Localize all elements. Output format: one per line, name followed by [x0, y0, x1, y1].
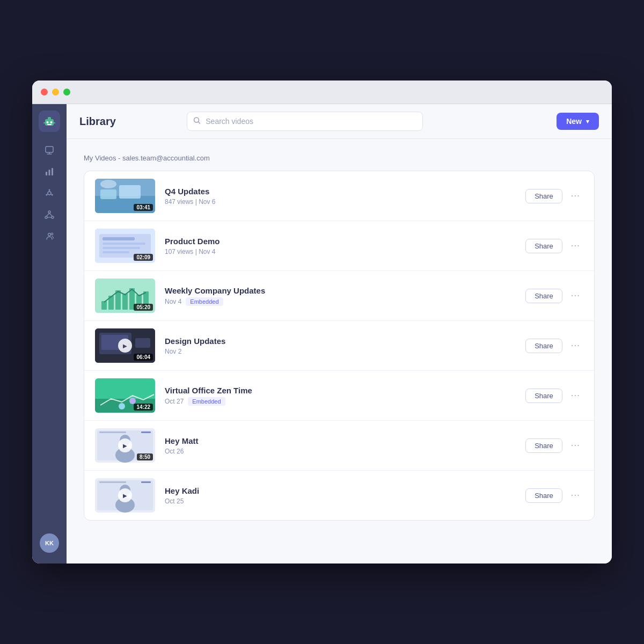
- svg-rect-33: [119, 185, 141, 199]
- share-button[interactable]: Share: [525, 189, 562, 203]
- video-title: Design Updates: [165, 336, 516, 346]
- svg-point-21: [45, 216, 47, 218]
- video-list: 03:41 Q4 Updates 847 views | Nov 6 Share…: [84, 171, 595, 521]
- video-title: Product Demo: [165, 237, 516, 246]
- svg-rect-1: [48, 117, 51, 120]
- video-duration: 02:09: [134, 254, 153, 261]
- video-meta: Nov 2: [165, 348, 516, 355]
- svg-rect-12: [52, 168, 53, 175]
- share-button[interactable]: Share: [525, 488, 562, 503]
- embedded-tag: Embedded: [188, 397, 225, 406]
- share-button[interactable]: Share: [525, 438, 562, 453]
- svg-point-34: [100, 180, 116, 188]
- video-info: Hey Matt Oct 26: [165, 436, 516, 455]
- video-actions: Share ···: [525, 338, 583, 353]
- video-info: Hey Kadi Oct 25: [165, 486, 516, 505]
- svg-point-26: [48, 233, 51, 236]
- play-icon[interactable]: ▶: [118, 488, 132, 502]
- video-meta: 847 views | Nov 6: [165, 198, 516, 206]
- play-icon[interactable]: ▶: [118, 339, 132, 353]
- video-thumbnail[interactable]: 05:20: [95, 279, 155, 313]
- video-item: 05:20 Weekly Company Updates Nov 4 Embed…: [84, 271, 594, 321]
- video-info: Virtual Office Zen Time Oct 27 Embedded: [165, 386, 516, 406]
- maximize-button[interactable]: [63, 89, 70, 96]
- share-button[interactable]: Share: [525, 339, 562, 353]
- close-button[interactable]: [41, 89, 48, 96]
- video-title: Hey Kadi: [165, 486, 516, 495]
- search-icon: [193, 117, 201, 126]
- video-actions: Share ···: [525, 188, 583, 203]
- more-options-button[interactable]: ···: [568, 388, 583, 403]
- svg-point-2: [47, 121, 49, 123]
- more-options-button[interactable]: ···: [568, 488, 583, 503]
- more-options-button[interactable]: ···: [568, 238, 583, 253]
- video-thumbnail[interactable]: 02:09: [95, 229, 155, 263]
- video-thumbnail[interactable]: ▶ 8:50: [95, 428, 155, 463]
- svg-line-19: [47, 194, 48, 194]
- minimize-button[interactable]: [52, 89, 59, 96]
- sidebar-item-integrations[interactable]: [40, 184, 59, 203]
- video-meta: 107 views | Nov 4: [165, 248, 516, 255]
- video-title: Hey Matt: [165, 436, 516, 445]
- main-content: Library New ▾: [67, 104, 612, 564]
- svg-point-14: [49, 189, 50, 191]
- video-item: ▶ 8:50 Hey Matt Oct 26 Share ··: [84, 421, 594, 471]
- more-options-button[interactable]: ···: [568, 438, 583, 453]
- video-actions: Share ···: [525, 438, 583, 453]
- video-thumbnail[interactable]: 14:22: [95, 378, 155, 413]
- svg-line-23: [47, 213, 50, 216]
- share-button[interactable]: Share: [525, 239, 562, 253]
- user-avatar[interactable]: KK: [40, 533, 59, 553]
- sidebar-item-library[interactable]: [40, 141, 59, 160]
- share-button[interactable]: Share: [525, 289, 562, 303]
- share-button[interactable]: Share: [525, 389, 562, 403]
- svg-rect-38: [103, 243, 145, 245]
- video-actions: Share ···: [525, 288, 583, 303]
- svg-rect-10: [46, 172, 47, 175]
- svg-point-3: [50, 121, 53, 123]
- video-meta: Oct 27 Embedded: [165, 397, 516, 406]
- svg-rect-42: [101, 301, 107, 310]
- video-actions: Share ···: [525, 488, 583, 503]
- video-actions: Share ···: [525, 388, 583, 403]
- svg-line-24: [49, 213, 53, 216]
- video-item: 03:41 Q4 Updates 847 views | Nov 6 Share…: [84, 171, 594, 221]
- svg-point-13: [48, 192, 51, 195]
- sidebar-item-analytics[interactable]: [40, 162, 59, 181]
- video-meta: Oct 25: [165, 497, 516, 505]
- video-thumbnail[interactable]: 03:41: [95, 179, 155, 213]
- video-item: 02:09 Product Demo 107 views | Nov 4 Sha…: [84, 221, 594, 271]
- topbar-right: New ▾: [557, 113, 599, 130]
- sidebar-item-network[interactable]: [40, 205, 59, 224]
- video-actions: Share ···: [525, 238, 583, 253]
- more-options-button[interactable]: ···: [568, 188, 583, 203]
- more-options-button[interactable]: ···: [568, 288, 583, 303]
- embedded-tag: Embedded: [186, 297, 223, 306]
- svg-rect-40: [103, 251, 129, 253]
- video-thumbnail[interactable]: ▶: [95, 478, 155, 513]
- page-title: Library: [79, 115, 116, 128]
- video-thumbnail[interactable]: ▶ 06:04: [95, 328, 155, 363]
- video-title: Q4 Updates: [165, 187, 516, 196]
- search-input[interactable]: [187, 112, 423, 131]
- svg-rect-11: [49, 170, 50, 175]
- video-duration: 8:50: [137, 453, 153, 460]
- video-duration: 06:04: [134, 354, 153, 361]
- video-item: ▶ 06:04 Design Updates Nov 2 Share: [84, 321, 594, 371]
- play-icon[interactable]: ▶: [118, 438, 132, 452]
- content-area: My Videos - sales.team@accountial.com: [67, 139, 612, 536]
- video-info: Design Updates Nov 2: [165, 336, 516, 355]
- video-title: Virtual Office Zen Time: [165, 386, 516, 395]
- svg-rect-45: [122, 294, 128, 310]
- video-info: Q4 Updates 847 views | Nov 6: [165, 187, 516, 206]
- video-title: Weekly Company Updates: [165, 286, 516, 295]
- svg-rect-7: [46, 147, 53, 152]
- new-button[interactable]: New ▾: [557, 113, 599, 130]
- sidebar-item-team[interactable]: [40, 226, 59, 246]
- svg-rect-32: [100, 189, 116, 199]
- video-duration: 05:20: [134, 304, 153, 311]
- app-logo[interactable]: [39, 111, 60, 132]
- more-options-button[interactable]: ···: [568, 338, 583, 353]
- svg-point-22: [52, 216, 54, 218]
- video-meta: Nov 4 Embedded: [165, 297, 516, 306]
